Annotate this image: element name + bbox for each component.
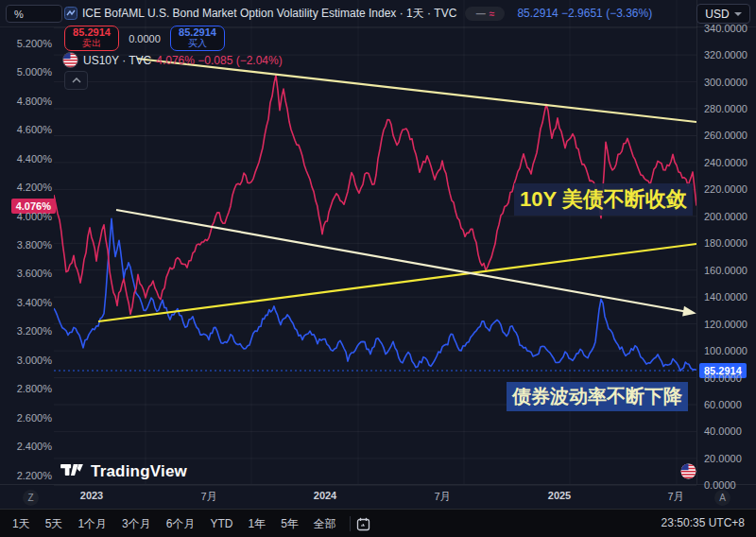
left-axis-tick: 2.200%: [17, 470, 52, 481]
range-all[interactable]: 全部: [306, 516, 344, 532]
range-1y[interactable]: 1年: [240, 516, 273, 532]
left-axis-tick: 5.000%: [17, 66, 52, 78]
currency-dropdown[interactable]: USD: [696, 4, 750, 24]
right-axis-tick: 80.0000: [704, 372, 742, 384]
annotation-10y-converging[interactable]: 10Y 美债不断收敛: [514, 183, 693, 216]
left-axis-tick: 5.200%: [17, 38, 52, 49]
flat-line-icon[interactable]: —: [476, 9, 486, 19]
left-axis-tick: 2.800%: [17, 383, 52, 394]
chevron-down-icon: [734, 12, 742, 16]
time-axis-tick: 2024: [314, 490, 336, 501]
spread-value: 0.0000: [119, 33, 170, 44]
right-axis-tick: 260.0000: [704, 130, 747, 141]
right-axis-border: [696, 0, 697, 484]
right-axis-tick: 160.0000: [704, 265, 747, 276]
range-5d[interactable]: 5天: [38, 516, 71, 532]
right-axis-tick: 200.0000: [704, 211, 747, 222]
range-3m[interactable]: 3个月: [114, 516, 159, 532]
a-label: A: [719, 493, 726, 503]
range-5y[interactable]: 5年: [273, 516, 306, 532]
time-axis-tick: 2025: [548, 490, 571, 501]
left-axis-tick: 2.600%: [17, 412, 52, 424]
legend-style-pill[interactable]: — ≈: [465, 7, 505, 21]
go-to-date-icon[interactable]: [356, 517, 370, 531]
right-scale-auto-button[interactable]: A: [714, 490, 730, 506]
main-series-legend[interactable]: ICE BofAML U.S. Bond Market Option Volat…: [64, 6, 652, 21]
scale-unit-button[interactable]: %: [6, 5, 62, 23]
overlay-quote: 4.076% −0.085 (−2.04%): [156, 54, 282, 67]
left-axis-tick: 3.000%: [17, 355, 52, 366]
left-axis-tick: 4.000%: [17, 211, 52, 222]
right-axis-tick: 320.0000: [704, 49, 747, 61]
left-axis-tick: 3.800%: [17, 239, 52, 251]
right-axis-tick: 60.0000: [704, 399, 742, 410]
overlay-symbol[interactable]: US10Y · TVC: [83, 54, 151, 67]
us-flag-icon: [62, 52, 78, 68]
right-axis-tick: 140.0000: [704, 291, 747, 303]
annotation-volatility-declining[interactable]: 债券波动率不断下降: [507, 382, 688, 411]
left-axis-tick: 4.600%: [17, 124, 52, 135]
right-axis-tick: 180.0000: [704, 237, 747, 249]
range-1m[interactable]: 1个月: [70, 516, 114, 532]
right-axis-tick: 300.0000: [704, 77, 747, 88]
sell-button[interactable]: 85.2914 卖出: [64, 26, 119, 51]
left-axis-tick: 4.400%: [17, 153, 52, 165]
series-move: [54, 218, 696, 371]
tradingview-logo-icon: [60, 464, 83, 480]
time-axis-border: [0, 484, 756, 485]
range-6m[interactable]: 6个月: [159, 516, 203, 532]
time-axis-tick: 7月: [667, 490, 683, 504]
right-axis-tick: 100.0000: [704, 345, 747, 356]
time-axis-tick: 7月: [434, 490, 450, 504]
left-axis-tick: 3.600%: [17, 268, 52, 279]
clock[interactable]: 23:50:35 UTC+8: [662, 516, 745, 529]
left-axis-tick: 2.400%: [17, 441, 52, 452]
right-axis-tick: 280.0000: [704, 103, 747, 114]
buy-label: 买入: [188, 39, 207, 49]
us-flag-mini-icon: [680, 463, 696, 479]
tradingview-watermark[interactable]: TradingView: [60, 462, 187, 481]
bottom-toolbar: 1天 5天 1个月 3个月 6个月 YTD 1年 5年 全部: [0, 509, 756, 537]
range-1d[interactable]: 1天: [5, 516, 38, 532]
chart-title[interactable]: ICE BofAML U.S. Bond Market Option Volat…: [82, 6, 456, 22]
trade-panel: 85.2914 卖出 0.0000 85.2914 买入: [64, 26, 225, 51]
instrument-logo-icon: [64, 7, 77, 20]
left-axis-tick: 4.200%: [17, 182, 52, 193]
right-axis-tick: 120.0000: [704, 319, 747, 330]
left-scale-z-button[interactable]: Z: [23, 490, 39, 506]
right-axis-tick: 40.0000: [704, 425, 742, 437]
overlay-series-legend[interactable]: US10Y · TVC 4.076% −0.085 (−2.04%): [62, 52, 283, 68]
right-axis-tick: 20.0000: [704, 453, 742, 464]
right-axis-tick: 220.0000: [704, 183, 747, 195]
price-chart-canvas[interactable]: [0, 0, 756, 537]
range-ytd[interactable]: YTD: [202, 517, 240, 530]
left-axis-tick: 3.400%: [17, 297, 52, 308]
tradingview-chart-window: % ICE BofAML U.S. Bond Market Option Vol…: [0, 0, 756, 537]
wave-line-icon[interactable]: ≈: [490, 9, 495, 19]
time-axis-tick: 7月: [200, 490, 216, 504]
main-series-quote: 85.2914 −2.9651 (−3.36%): [517, 7, 652, 20]
sell-label: 卖出: [82, 39, 101, 49]
scale-unit-label: %: [14, 9, 24, 20]
chevron-up-icon: [72, 78, 81, 83]
legend-collapse-button[interactable]: [64, 71, 88, 90]
left-axis-tick: 3.200%: [17, 325, 52, 337]
watermark-text: TradingView: [91, 462, 187, 481]
time-axis-tick: 2023: [80, 490, 103, 501]
right-axis-tick: 340.0000: [704, 23, 747, 34]
left-axis-tick: 4.800%: [17, 95, 52, 107]
right-axis-tick: 240.0000: [704, 157, 747, 168]
toolbar-divider: [350, 516, 351, 531]
z-label: Z: [27, 493, 33, 503]
buy-button[interactable]: 85.2914 买入: [170, 26, 225, 51]
currency-label: USD: [705, 8, 729, 21]
